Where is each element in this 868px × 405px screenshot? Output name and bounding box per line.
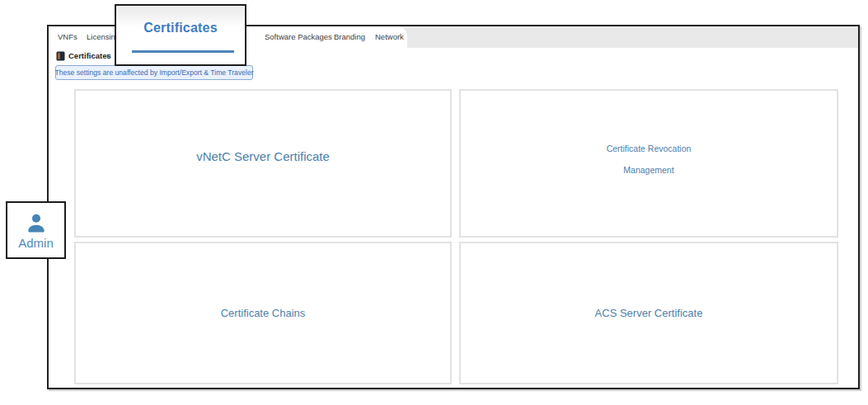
breadcrumb-chevron-icon: › xyxy=(106,48,109,64)
admin-user-label: Admin xyxy=(18,236,54,250)
card-title-line2: Management xyxy=(623,165,673,175)
active-tab-underline xyxy=(132,50,234,53)
settings-notice-banner: These settings are unaffected by Import/… xyxy=(55,65,253,80)
card-certificate-chains[interactable]: Certificate Chains xyxy=(74,242,452,384)
card-title: ACS Server Certificate xyxy=(595,307,703,319)
card-acs-server-certificate[interactable]: ACS Server Certificate xyxy=(459,242,838,384)
tab-software-packages[interactable]: Software Packages xyxy=(265,26,332,48)
card-title-line1: Certificate Revocation xyxy=(607,144,692,153)
active-tab-certificates-callout[interactable]: Certificates xyxy=(115,4,246,66)
tab-branding[interactable]: Branding xyxy=(334,26,365,48)
card-vnetc-server-certificate[interactable]: vNetC Server Certificate xyxy=(74,89,452,238)
card-title: vNetC Server Certificate xyxy=(196,149,330,163)
tab-network[interactable]: Network xyxy=(375,26,404,48)
breadcrumb-certificates-link[interactable]: Certificates xyxy=(68,48,111,64)
settings-notice-text: These settings are unaffected by Import/… xyxy=(54,68,253,77)
person-icon xyxy=(25,212,48,235)
active-tab-label: Certificates xyxy=(116,21,245,35)
page-canvas: VNFs Licensing s Software Packages Brand… xyxy=(0,0,868,405)
tab-vnfs[interactable]: VNFs xyxy=(58,26,77,48)
card-title: Certificate Chains xyxy=(221,307,306,319)
app-window: VNFs Licensing s Software Packages Brand… xyxy=(47,25,860,389)
certificate-icon xyxy=(56,51,65,61)
card-certificate-revocation-management[interactable]: Certificate Revocation Management xyxy=(459,89,838,238)
admin-user-callout[interactable]: Admin xyxy=(6,201,66,259)
